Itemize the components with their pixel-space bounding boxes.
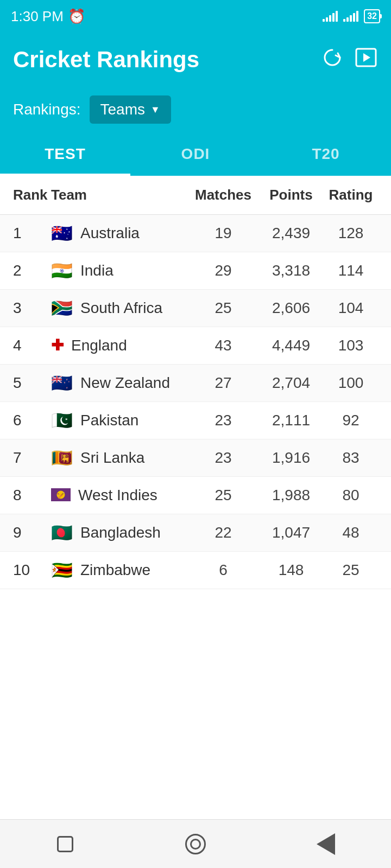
back-button[interactable] — [310, 828, 342, 860]
rating-3: 104 — [324, 299, 378, 317]
flag-england: ✚ — [51, 338, 64, 353]
name-india: India — [80, 262, 113, 279]
header-points: Points — [258, 187, 324, 203]
header-team: Team — [51, 187, 188, 203]
name-west-indies: West Indies — [78, 487, 157, 504]
flag-south-africa: 🇿🇦 — [51, 299, 73, 317]
matches-9: 22 — [188, 524, 258, 541]
rank-8: 8 — [13, 487, 51, 504]
table-row[interactable]: 3 🇿🇦 South Africa 25 2,606 104 — [0, 290, 391, 327]
points-5: 2,704 — [258, 374, 324, 392]
tab-test[interactable]: TEST — [0, 135, 130, 174]
team-zimbabwe: 🇿🇼 Zimbabwe — [51, 561, 188, 579]
team-bangladesh: 🇧🇩 Bangladesh — [51, 524, 188, 541]
home-icon — [185, 834, 206, 854]
table-row[interactable]: 1 🇦🇺 Australia 19 2,439 128 — [0, 215, 391, 252]
points-10: 148 — [258, 561, 324, 579]
back-icon — [317, 833, 335, 855]
rank-2: 2 — [13, 262, 51, 279]
table-row[interactable]: 5 🇳🇿 New Zealand 27 2,704 100 — [0, 365, 391, 402]
points-1: 2,439 — [258, 225, 324, 242]
recent-apps-button[interactable] — [49, 828, 81, 860]
alarm-icon: ⏰ — [68, 8, 85, 25]
flag-bangladesh: 🇧🇩 — [51, 524, 73, 541]
matches-1: 19 — [188, 225, 258, 242]
rating-4: 103 — [324, 337, 378, 354]
table-row[interactable]: 8 🏏 West Indies 25 1,988 80 — [0, 477, 391, 514]
points-7: 1,916 — [258, 449, 324, 467]
flag-india: 🇮🇳 — [51, 262, 73, 279]
matches-5: 27 — [188, 374, 258, 392]
app-title: Cricket Rankings — [13, 47, 199, 73]
tab-bar: TEST ODI T20 — [0, 135, 391, 176]
team-pakistan: 🇵🇰 Pakistan — [51, 412, 188, 429]
dropdown-arrow-icon: ▼ — [150, 104, 160, 116]
flag-new-zealand: 🇳🇿 — [51, 374, 73, 392]
table-row[interactable]: 4 ✚ England 43 4,449 103 — [0, 327, 391, 365]
video-button[interactable] — [354, 46, 378, 74]
matches-3: 25 — [188, 299, 258, 317]
rank-7: 7 — [13, 449, 51, 467]
rating-8: 80 — [324, 487, 378, 504]
filter-label: Rankings: — [13, 101, 81, 118]
flag-sri-lanka: 🇱🇰 — [51, 449, 73, 467]
header-rank: Rank — [13, 187, 51, 203]
points-9: 1,047 — [258, 524, 324, 541]
battery-icon: 32 — [364, 9, 380, 23]
matches-4: 43 — [188, 337, 258, 354]
battery-level: 32 — [367, 11, 377, 21]
team-australia: 🇦🇺 Australia — [51, 225, 188, 242]
table-row[interactable]: 2 🇮🇳 India 29 3,318 114 — [0, 252, 391, 290]
tab-t20[interactable]: T20 — [261, 135, 391, 174]
table-row[interactable]: 6 🇵🇰 Pakistan 23 2,111 92 — [0, 402, 391, 439]
status-bar: 1:30 PM ⏰ 32 — [0, 0, 391, 33]
refresh-button[interactable] — [321, 47, 343, 73]
rating-5: 100 — [324, 374, 378, 392]
matches-6: 23 — [188, 412, 258, 429]
home-button[interactable] — [179, 828, 212, 860]
filter-bar: Rankings: Teams ▼ — [0, 87, 391, 135]
name-sri-lanka: Sri Lanka — [80, 449, 144, 467]
table-row[interactable]: 9 🇧🇩 Bangladesh 22 1,047 48 — [0, 514, 391, 552]
matches-2: 29 — [188, 262, 258, 279]
rank-3: 3 — [13, 299, 51, 317]
team-west-indies: 🏏 West Indies — [51, 487, 188, 504]
rating-6: 92 — [324, 412, 378, 429]
name-zimbabwe: Zimbabwe — [80, 561, 150, 579]
header-matches: Matches — [188, 187, 258, 203]
points-6: 2,111 — [258, 412, 324, 429]
flag-pakistan: 🇵🇰 — [51, 412, 73, 429]
team-india: 🇮🇳 India — [51, 262, 188, 279]
table-row[interactable]: 7 🇱🇰 Sri Lanka 23 1,916 83 — [0, 439, 391, 477]
flag-australia: 🇦🇺 — [51, 225, 73, 242]
team-england: ✚ England — [51, 337, 188, 354]
header-actions — [321, 46, 378, 74]
rank-9: 9 — [13, 524, 51, 541]
points-4: 4,449 — [258, 337, 324, 354]
table-row[interactable]: 10 🇿🇼 Zimbabwe 6 148 25 — [0, 552, 391, 589]
bottom-nav — [0, 819, 391, 868]
rating-1: 128 — [324, 225, 378, 242]
team-new-zealand: 🇳🇿 New Zealand — [51, 374, 188, 392]
status-icons: 32 — [323, 9, 380, 23]
rank-5: 5 — [13, 374, 51, 392]
team-south-africa: 🇿🇦 South Africa — [51, 299, 188, 317]
points-3: 2,606 — [258, 299, 324, 317]
rating-2: 114 — [324, 262, 378, 279]
app-header: Cricket Rankings — [0, 33, 391, 87]
flag-west-indies: 🏏 — [51, 487, 71, 504]
matches-10: 6 — [188, 561, 258, 579]
flag-zimbabwe: 🇿🇼 — [51, 561, 73, 579]
rating-10: 25 — [324, 561, 378, 579]
name-new-zealand: New Zealand — [80, 374, 170, 392]
recent-apps-icon — [57, 836, 73, 852]
matches-8: 25 — [188, 487, 258, 504]
rating-9: 48 — [324, 524, 378, 541]
name-england: England — [71, 337, 127, 354]
tab-odi[interactable]: ODI — [130, 135, 261, 174]
name-australia: Australia — [80, 225, 140, 242]
team-sri-lanka: 🇱🇰 Sri Lanka — [51, 449, 188, 467]
signal-icon — [323, 11, 338, 22]
name-pakistan: Pakistan — [80, 412, 138, 429]
teams-dropdown[interactable]: Teams ▼ — [90, 95, 171, 124]
